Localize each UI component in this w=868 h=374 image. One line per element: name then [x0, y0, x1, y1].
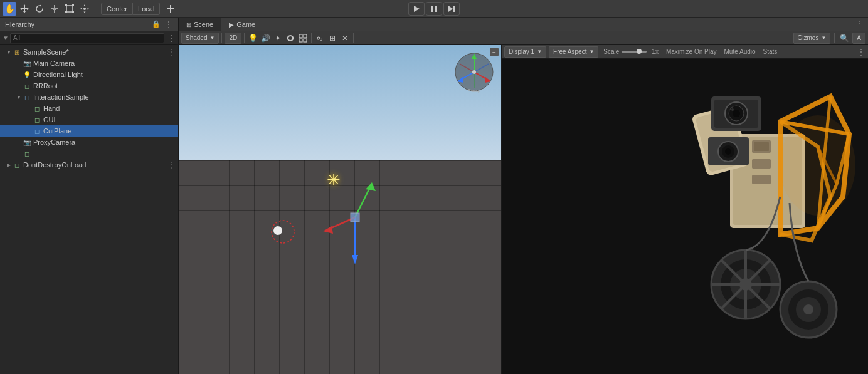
step-btn[interactable]: [443, 2, 460, 16]
hierarchy-item-rrroot[interactable]: ◻ RRRoot: [0, 80, 178, 91]
toolbar-sep-1: [95, 3, 95, 14]
game-tab[interactable]: ▶ Game: [221, 18, 263, 31]
hierarchy-item-sample-scene[interactable]: ▼ ⊞ SampleScene* ⋮: [0, 46, 178, 58]
svg-rect-21: [304, 39, 307, 42]
scene-arrow: ▼: [5, 49, 13, 55]
hierarchy-item-dont-destroy[interactable]: ▶ ◻ DontDestroyOnLoad ⋮: [0, 159, 178, 170]
scene-tab[interactable]: ⊞ Scene: [179, 18, 221, 31]
hand-tool-btn[interactable]: ✋: [3, 2, 16, 16]
aspect-dropdown[interactable]: Free Aspect ▼: [549, 46, 598, 58]
stats-btn[interactable]: Stats: [763, 48, 778, 55]
play-btn[interactable]: [408, 2, 425, 16]
hierarchy-item-gui[interactable]: ◻ GUI: [0, 114, 178, 125]
hierarchy-item-proxy-camera[interactable]: 📷 ProxyCamera: [0, 137, 178, 148]
2d-btn[interactable]: 2D: [225, 33, 241, 44]
scene-orientation-gizmo[interactable]: Persp: [452, 50, 496, 94]
aspect-arrow: ▼: [589, 49, 594, 55]
center-local-group: Center Local: [101, 3, 160, 15]
scale-value: 1x: [652, 48, 659, 55]
rect-tool-btn[interactable]: [63, 2, 77, 16]
svg-marker-16: [448, 6, 453, 12]
game-tab-icon: ▶: [229, 21, 234, 28]
hierarchy-dots-icon[interactable]: ⋮: [164, 19, 173, 29]
overlay-icon[interactable]: [297, 33, 309, 44]
main-layout: Hierarchy 🔒 ⋮ ▼ ⋮ ▼ ⊞ SampleScene* ⋮: [0, 18, 868, 374]
pause-btn[interactable]: [426, 2, 442, 16]
svg-rect-9: [72, 11, 74, 13]
display-label: Display 1: [509, 48, 534, 55]
svg-rect-74: [754, 142, 769, 151]
svg-point-72: [725, 148, 731, 155]
scene-game-tabs: ⊞ Scene ▶ Game ⋮: [179, 18, 868, 31]
audio-icon[interactable]: 🔊: [260, 33, 271, 44]
svg-rect-17: [453, 6, 455, 12]
scene-search-icon[interactable]: 🔍: [839, 33, 850, 44]
rotate-tool-btn[interactable]: [33, 2, 46, 16]
panels-split: ✳: [179, 45, 868, 374]
object-gizmo: [269, 219, 307, 246]
center-btn[interactable]: Center: [101, 3, 133, 15]
svg-rect-76: [752, 175, 771, 184]
extra-tool-btn[interactable]: [164, 2, 177, 16]
persp-label[interactable]: A: [852, 33, 865, 44]
display-arrow: ▼: [537, 49, 542, 55]
scale-tool-btn[interactable]: [48, 2, 61, 16]
scene-tab-dots[interactable]: ⋮: [851, 18, 868, 31]
shading-dropdown[interactable]: Shaded ▼: [181, 33, 219, 44]
rrroot-icon: ◻: [23, 81, 31, 90]
x-icon[interactable]: ✕: [339, 33, 351, 44]
svg-rect-8: [65, 11, 67, 13]
gizmos-dropdown[interactable]: Gizmos ▼: [793, 33, 831, 44]
svg-rect-15: [435, 6, 437, 12]
hierarchy-item-hand[interactable]: ◻ Hand: [0, 103, 178, 114]
lighting-icon[interactable]: 💡: [247, 33, 258, 44]
top-toolbar: ✋ Cen: [0, 0, 868, 18]
scene-tab-icon: ⊞: [186, 21, 191, 28]
scene-minimize-btn[interactable]: −: [490, 48, 499, 56]
svg-marker-31: [323, 226, 333, 234]
hierarchy-item-directional-light[interactable]: 💡 Directional Light: [0, 69, 178, 80]
view-icon[interactable]: 0: [314, 33, 326, 44]
shading-label: Shaded: [186, 34, 207, 41]
scale-slider[interactable]: [622, 51, 647, 53]
transform-all-btn[interactable]: [78, 2, 92, 16]
svg-rect-19: [304, 34, 307, 38]
hierarchy-tab[interactable]: Hierarchy 🔒 ⋮: [0, 18, 178, 31]
svg-rect-0: [53, 8, 56, 10]
game-dots-btn[interactable]: ⋮: [857, 47, 865, 57]
hand-label: Hand: [43, 105, 60, 112]
grid-icon[interactable]: ⊞: [327, 33, 338, 44]
hierarchy-item-cut-plane[interactable]: ◻ CutPlane: [0, 125, 178, 137]
dont-destroy-dots[interactable]: ⋮: [168, 160, 178, 169]
scene-tab-label: Scene: [194, 21, 213, 28]
hierarchy-item-interaction-sample[interactable]: ▼ ◻ InteractionSample: [0, 91, 178, 103]
move-tool-btn[interactable]: [18, 2, 31, 16]
mute-audio-btn[interactable]: Mute Audio: [724, 48, 756, 55]
game-tab-label: Game: [236, 21, 255, 28]
scene-viewport[interactable]: ✳: [179, 45, 501, 374]
game-viewport[interactable]: [502, 59, 868, 374]
scene-view-icon[interactable]: [285, 33, 296, 44]
hierarchy-tab-area: Hierarchy 🔒 ⋮: [5, 19, 173, 29]
local-btn[interactable]: Local: [133, 3, 160, 15]
svg-rect-7: [72, 4, 74, 6]
svg-point-60: [803, 304, 813, 314]
maximize-on-play-btn[interactable]: Maximize On Play: [666, 48, 717, 55]
effects-icon[interactable]: ✦: [272, 33, 283, 44]
game-robot-render: [692, 71, 868, 374]
scene-toolbar-sep4: [353, 33, 354, 43]
directional-light-label: Directional Light: [33, 71, 83, 78]
svg-point-25: [273, 226, 282, 235]
gizmos-area: Gizmos ▼ 🔍 A: [793, 33, 866, 44]
hierarchy-item-extra[interactable]: ◻: [0, 148, 178, 159]
scene-toolbar-sep1: [221, 33, 222, 43]
shading-arrow: ▼: [209, 35, 214, 41]
hierarchy-panel: Hierarchy 🔒 ⋮ ▼ ⋮ ▼ ⊞ SampleScene* ⋮: [0, 18, 179, 374]
hierarchy-plus-icon[interactable]: ⋮: [167, 33, 176, 43]
display-dropdown[interactable]: Display 1 ▼: [504, 46, 546, 58]
scene-game-area: ⊞ Scene ▶ Game ⋮ Shaded ▼ 2D 💡 🔊 ✦: [179, 18, 868, 374]
hierarchy-item-main-camera[interactable]: 📷 Main Camera: [0, 58, 178, 69]
sample-scene-dots[interactable]: ⋮: [168, 48, 178, 56]
hierarchy-lock-icon[interactable]: 🔒: [152, 20, 161, 28]
hierarchy-search-input[interactable]: [10, 33, 164, 43]
